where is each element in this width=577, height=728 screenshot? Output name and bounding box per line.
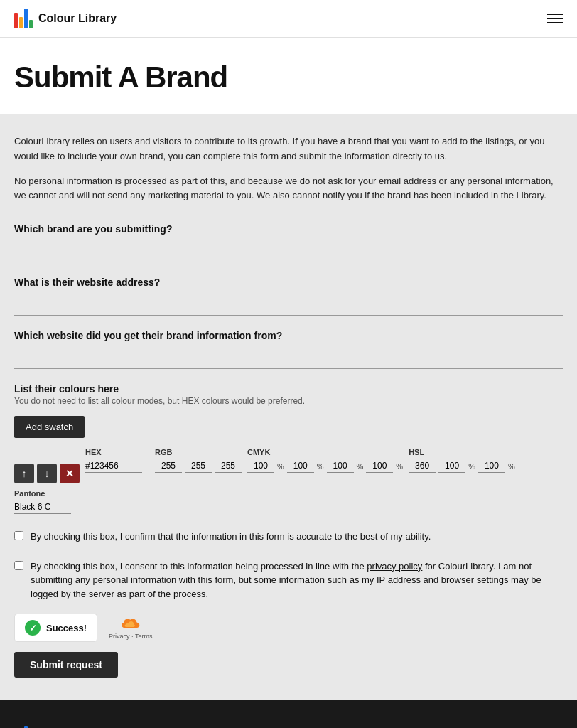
cmyk-c-input[interactable]	[247, 459, 274, 473]
cf-privacy-link[interactable]: Privacy	[109, 633, 130, 640]
cmyk-m-pct: %	[317, 462, 324, 471]
checkbox-consent-label: By checking this box, I consent to this …	[31, 560, 563, 601]
brand-field: Which brand are you submitting?	[14, 223, 563, 262]
rgb-g-input[interactable]	[185, 459, 212, 473]
rgb-b-input[interactable]	[215, 459, 242, 473]
logo-icon	[14, 9, 33, 28]
page-title: Submit A Brand	[14, 60, 563, 95]
add-swatch-button[interactable]: Add swatch	[14, 416, 85, 438]
pantone-column: Pantone	[14, 489, 85, 514]
cmyk-k-input[interactable]	[366, 459, 393, 473]
colours-sublabel: You do not need to list all colour modes…	[14, 396, 563, 406]
captcha-success-badge: ✓ Success!	[14, 614, 97, 642]
website-field: What is their website address?	[14, 277, 563, 316]
website-field-label: What is their website address?	[14, 277, 563, 288]
success-text: Success!	[46, 623, 87, 633]
form-description-2: No personal information is processed as …	[14, 174, 563, 204]
footer-main: Colour Library ColourLibrary is a collec…	[0, 700, 577, 728]
checkbox-accuracy-row: By checking this box, I confirm that the…	[14, 530, 563, 544]
hsl-label: HSL	[409, 448, 515, 456]
colours-label: List their colours here	[14, 383, 563, 395]
checkbox-consent-before: By checking this box, I consent to this …	[31, 561, 365, 572]
pantone-label: Pantone	[14, 489, 85, 498]
form-description-1: ColourLibrary relies on users and visito…	[14, 134, 563, 164]
captcha-row: ✓ Success! Privacy · Terms	[14, 614, 563, 642]
rgb-inputs	[155, 459, 242, 473]
hsl-l-pct: %	[508, 462, 515, 471]
website-input[interactable]	[14, 295, 563, 316]
logo-text: Colour Library	[38, 12, 117, 25]
swatch-delete-button[interactable]: ✕	[60, 464, 80, 483]
hsl-h-input[interactable]	[409, 459, 436, 473]
cmyk-column: CMYK % % % %	[247, 448, 403, 473]
source-field-label: Which website did you get their brand in…	[14, 330, 563, 341]
success-checkmark-icon: ✓	[25, 620, 41, 636]
rgb-r-input[interactable]	[155, 459, 182, 473]
source-field: Which website did you get their brand in…	[14, 330, 563, 369]
swatch-row: ↑ ↓ ✕ HEX RGB CMYK	[14, 448, 563, 514]
swatch-controls: ↑ ↓ ✕	[14, 464, 80, 483]
cmyk-c-pct: %	[277, 462, 284, 471]
rgb-column: RGB	[155, 448, 242, 473]
logo[interactable]: Colour Library	[14, 9, 117, 28]
cf-terms-link[interactable]: Terms	[135, 633, 153, 640]
menu-line-1	[547, 14, 563, 15]
cmyk-y-input[interactable]	[327, 459, 354, 473]
cmyk-inputs: % % % %	[247, 459, 403, 473]
colours-section: List their colours here You do not need …	[14, 383, 563, 514]
checkbox-consent[interactable]	[14, 561, 23, 570]
brand-input[interactable]	[14, 242, 563, 262]
cloudflare-logo-icon	[118, 616, 144, 631]
footer: Colour Library ColourLibrary is a collec…	[0, 700, 577, 728]
menu-line-2	[547, 18, 563, 19]
cloudflare-links: Privacy · Terms	[109, 633, 152, 640]
source-input[interactable]	[14, 348, 563, 369]
hsl-s-input[interactable]	[438, 459, 465, 473]
hsl-s-pct: %	[468, 462, 475, 471]
privacy-policy-link[interactable]: privacy policy	[367, 561, 422, 572]
submit-request-button[interactable]: Submit request	[14, 652, 118, 678]
checkbox-accuracy-label: By checking this box, I confirm that the…	[31, 530, 431, 544]
swatch-move-up-button[interactable]: ↑	[14, 464, 34, 483]
cmyk-label: CMYK	[247, 448, 403, 456]
hamburger-menu-icon[interactable]	[547, 14, 563, 23]
hsl-inputs: % %	[409, 459, 515, 473]
hex-column: HEX	[85, 448, 149, 473]
hsl-column: HSL % %	[409, 448, 515, 473]
cmyk-k-pct: %	[396, 462, 403, 471]
hsl-l-input[interactable]	[478, 459, 505, 473]
header: Colour Library	[0, 0, 577, 38]
menu-line-3	[547, 22, 563, 23]
cmyk-m-input[interactable]	[287, 459, 314, 473]
cmyk-y-pct: %	[357, 462, 364, 471]
brand-field-label: Which brand are you submitting?	[14, 223, 563, 235]
checkbox-consent-row: By checking this box, I consent to this …	[14, 560, 563, 601]
hex-input[interactable]	[85, 459, 142, 473]
pantone-input[interactable]	[14, 500, 71, 514]
swatch-move-down-button[interactable]: ↓	[37, 464, 57, 483]
rgb-label: RGB	[155, 448, 242, 456]
checkbox-accuracy[interactable]	[14, 531, 23, 540]
page-title-section: Submit A Brand	[0, 38, 577, 114]
form-section: ColourLibrary relies on users and visito…	[0, 114, 577, 700]
hex-label: HEX	[85, 448, 149, 456]
cloudflare-badge: Privacy · Terms	[109, 616, 152, 640]
